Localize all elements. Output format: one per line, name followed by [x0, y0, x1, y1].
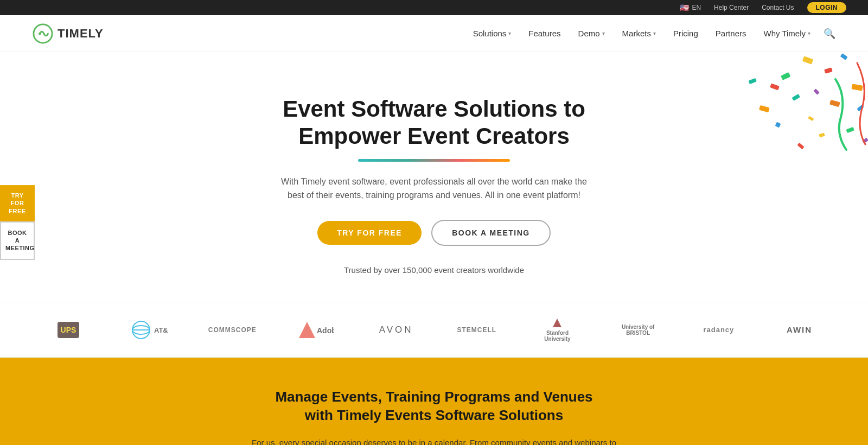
svg-rect-14	[759, 105, 770, 112]
language-label: EN	[692, 4, 701, 11]
nav-item-pricing[interactable]: Pricing	[673, 29, 698, 38]
svg-rect-16	[775, 122, 781, 128]
logo-ups: UPS	[47, 319, 90, 341]
svg-text:AT&T: AT&T	[154, 326, 168, 334]
svg-rect-11	[770, 84, 780, 91]
hero-cta-buttons: TRY FOR FREE BOOK A MEETING	[317, 220, 551, 246]
logo-stemcell: STEMCELL	[455, 326, 499, 334]
chevron-down-icon: ▾	[808, 30, 810, 36]
chevron-down-icon: ▾	[508, 30, 511, 36]
nav-demo-link[interactable]: Demo ▾	[578, 29, 605, 38]
nav-item-features[interactable]: Features	[528, 29, 560, 38]
logo-icon	[33, 23, 53, 44]
svg-rect-19	[748, 78, 757, 84]
svg-rect-7	[813, 88, 819, 94]
yellow-section-description: For us, every special occasion deserves …	[250, 436, 618, 445]
nav-why-timely-link[interactable]: Why Timely ▾	[763, 29, 810, 38]
svg-rect-18	[797, 143, 804, 149]
side-try-free-button[interactable]: TRY FOR FREE	[0, 185, 35, 221]
logo-bristol: University ofBRISTOL	[616, 324, 660, 336]
hero-subtitle: With Timely event software, event profes…	[277, 175, 591, 202]
att-logo-icon: AT&T	[130, 319, 168, 341]
language-selector[interactable]: 🇺🇸 EN	[680, 3, 701, 12]
nav-features-link[interactable]: Features	[528, 29, 560, 38]
svg-rect-13	[846, 127, 854, 133]
svg-rect-3	[824, 67, 833, 73]
chevron-down-icon: ▾	[602, 30, 605, 36]
svg-marker-29	[553, 319, 561, 327]
nav-item-markets[interactable]: Markets ▾	[622, 29, 656, 38]
title-underline	[358, 159, 510, 162]
svg-rect-5	[781, 72, 790, 80]
svg-text:Adobe: Adobe	[317, 326, 334, 335]
logo-awin: AWIN	[778, 325, 821, 334]
main-navigation: TIMELY Solutions ▾ Features Demo ▾ Marke…	[0, 15, 868, 52]
nav-links: Solutions ▾ Features Demo ▾ Markets ▾ Pr…	[473, 29, 810, 38]
nav-pricing-link[interactable]: Pricing	[673, 29, 698, 38]
client-logos-strip: UPS AT&T COMMSCOPE Adobe AVON STEMCELL S…	[0, 302, 868, 358]
search-icon[interactable]: 🔍	[824, 28, 835, 40]
nav-item-demo[interactable]: Demo ▾	[578, 29, 605, 38]
svg-rect-9	[829, 100, 840, 107]
logo-link[interactable]: TIMELY	[33, 23, 104, 44]
svg-marker-27	[299, 322, 315, 338]
nav-partners-link[interactable]: Partners	[716, 29, 746, 38]
nav-solutions-link[interactable]: Solutions ▾	[473, 29, 512, 38]
svg-rect-17	[819, 133, 825, 137]
logo-att: AT&T	[127, 319, 171, 341]
trust-statement: Trusted by over 150,000 event creators w…	[344, 265, 524, 275]
svg-text:UPS: UPS	[61, 326, 76, 334]
svg-rect-15	[862, 138, 868, 144]
yellow-section-title: Manage Events, Training Programs and Ven…	[244, 388, 624, 425]
hero-title: Event Software Solutions to Empower Even…	[283, 96, 585, 150]
flag-icon: 🇺🇸	[680, 3, 689, 12]
nav-item-why-timely[interactable]: Why Timely ▾	[763, 29, 810, 38]
ups-logo-icon: UPS	[55, 319, 82, 341]
svg-point-1	[39, 32, 41, 35]
svg-rect-4	[840, 53, 848, 60]
yellow-promo-section: Manage Events, Training Programs and Ven…	[0, 358, 868, 445]
svg-rect-12	[808, 116, 814, 121]
confetti-decoration	[640, 52, 868, 226]
svg-rect-2	[802, 56, 813, 65]
contact-us-link[interactable]: Contact Us	[762, 4, 794, 11]
svg-point-0	[34, 24, 52, 42]
help-center-link[interactable]: Help Center	[714, 4, 749, 11]
logo-adobe: Adobe	[293, 319, 337, 341]
book-a-meeting-button[interactable]: BOOK A MEETING	[431, 220, 551, 246]
chevron-down-icon: ▾	[653, 30, 656, 36]
logo-radancy: radancy	[697, 326, 741, 334]
stanford-icon	[552, 317, 563, 328]
logo-commscope: COMMSCOPE	[208, 326, 257, 334]
adobe-logo-icon: Adobe	[296, 319, 334, 341]
try-for-free-button[interactable]: TRY FOR FREE	[317, 221, 422, 245]
logo-avon: AVON	[374, 325, 418, 335]
nav-item-solutions[interactable]: Solutions ▾	[473, 29, 512, 38]
hero-section: Event Software Solutions to Empower Even…	[0, 52, 868, 302]
side-floating-buttons: TRY FOR FREE BOOK A MEETING	[0, 185, 35, 260]
svg-rect-8	[792, 94, 800, 101]
nav-item-partners[interactable]: Partners	[716, 29, 746, 38]
top-bar: 🇺🇸 EN Help Center Contact Us LOGIN	[0, 0, 868, 15]
svg-rect-10	[857, 105, 864, 111]
logo-stanford: StanfordUniversity	[535, 317, 579, 342]
side-book-meeting-button[interactable]: BOOK A MEETING	[0, 221, 35, 260]
nav-markets-link[interactable]: Markets ▾	[622, 29, 656, 38]
login-button[interactable]: LOGIN	[807, 2, 847, 13]
svg-rect-6	[851, 84, 863, 91]
logo-text: TIMELY	[58, 27, 104, 41]
